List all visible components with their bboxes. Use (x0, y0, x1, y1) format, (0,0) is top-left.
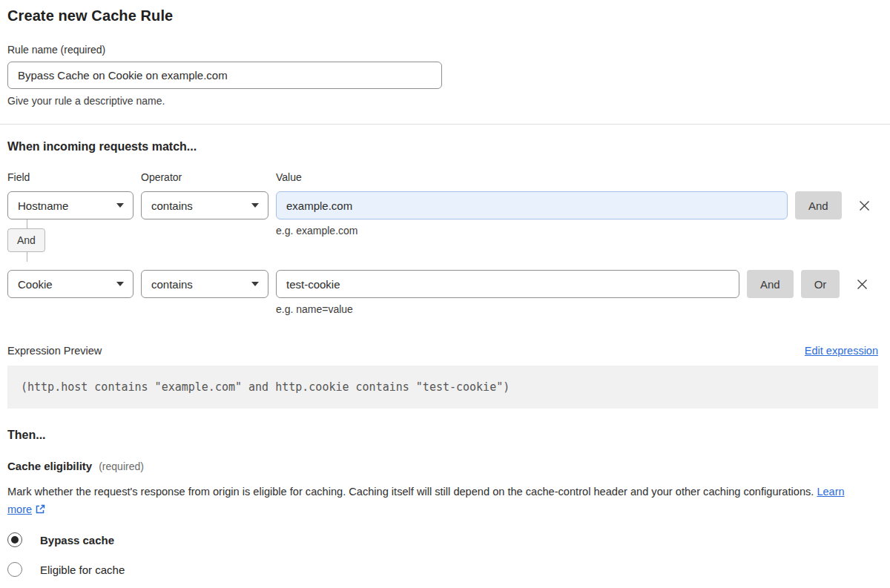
then-heading: Then... (7, 429, 878, 442)
page-title: Create new Cache Rule (7, 7, 878, 24)
value-input[interactable] (276, 270, 739, 298)
chevron-down-icon (116, 282, 124, 286)
radio-selected-icon[interactable] (7, 532, 22, 547)
required-note: (required) (99, 460, 144, 472)
match-heading: When incoming requests match... (7, 140, 878, 153)
bypass-cache-option[interactable]: Bypass cache (7, 532, 114, 547)
row-connector-area: And e.g. example.com (7, 219, 878, 262)
expression-preview-code: (http.host contains "example.com" and ht… (7, 366, 878, 409)
cache-eligibility-header: Cache eligibility (required) (7, 460, 878, 472)
operator-select[interactable]: contains (141, 270, 268, 298)
create-cache-rule-form: Create new Cache Rule Rule name (require… (7, 7, 878, 577)
and-button[interactable]: And (795, 191, 842, 219)
expression-code-text: (http.host contains "example.com" and ht… (21, 380, 510, 394)
condition-column-labels: Field Operator Value (7, 171, 878, 183)
chevron-down-icon (251, 203, 259, 208)
value-column-label: Value (276, 171, 302, 183)
cache-eligibility-description: Mark whether the request's response from… (7, 483, 862, 518)
value-hint: e.g. name=value (276, 303, 878, 315)
external-link-icon (35, 503, 46, 515)
rule-name-input[interactable] (7, 62, 442, 89)
description-text: Mark whether the request's response from… (7, 486, 814, 498)
rule-name-label: Rule name (required) (7, 44, 878, 56)
field-column-label: Field (7, 171, 141, 183)
edit-expression-link[interactable]: Edit expression (805, 345, 878, 357)
cache-eligibility-label: Cache eligibility (7, 460, 92, 472)
field-select[interactable]: Cookie (7, 270, 134, 298)
condition-row: Cookie contains And Or (7, 270, 878, 298)
value-hint: e.g. example.com (276, 225, 358, 237)
chevron-down-icon (116, 203, 124, 208)
operator-select-value: contains (151, 199, 193, 212)
and-button[interactable]: And (747, 270, 794, 298)
section-divider (0, 124, 890, 125)
operator-select-value: contains (151, 278, 193, 291)
field-select[interactable]: Hostname (7, 191, 134, 219)
radio-option-label: Bypass cache (40, 534, 114, 546)
expression-preview-label: Expression Preview (7, 345, 102, 357)
eligible-for-cache-option[interactable]: Eligible for cache (7, 562, 125, 577)
chevron-down-icon (251, 282, 259, 286)
rule-name-helper: Give your rule a descriptive name. (7, 95, 878, 107)
value-input[interactable] (276, 191, 788, 219)
condition-row: Hostname contains And (7, 191, 878, 219)
close-icon[interactable] (856, 197, 873, 214)
radio-unselected-icon[interactable] (7, 562, 22, 577)
close-icon[interactable] (854, 276, 871, 293)
operator-select[interactable]: contains (141, 191, 268, 219)
or-button[interactable]: Or (801, 270, 840, 298)
radio-option-label: Eligible for cache (40, 564, 125, 576)
field-select-value: Hostname (18, 199, 68, 212)
expression-preview-header: Expression Preview Edit expression (7, 345, 878, 357)
and-connector-button[interactable]: And (7, 228, 45, 252)
operator-column-label: Operator (141, 171, 276, 183)
field-select-value: Cookie (18, 278, 53, 291)
